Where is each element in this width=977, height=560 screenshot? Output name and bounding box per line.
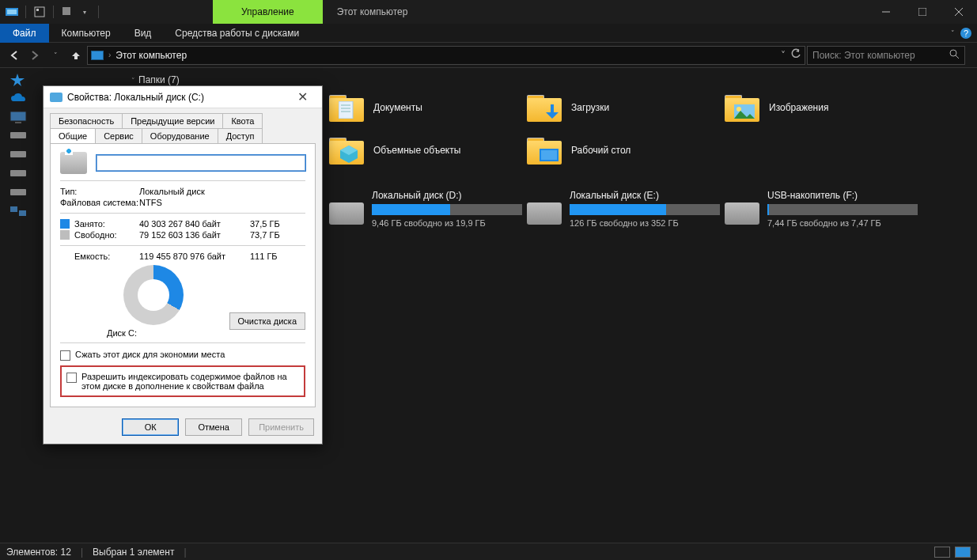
- separator: [53, 6, 54, 18]
- ribbon-context-tab[interactable]: Управление: [213, 0, 323, 24]
- close-button[interactable]: [941, 0, 977, 24]
- used-human: 37,5 ГБ: [250, 219, 297, 229]
- tab-tools[interactable]: Сервис: [95, 128, 142, 143]
- up-button[interactable]: [66, 46, 85, 65]
- selection-text: Выбран 1 элемент: [93, 547, 174, 558]
- svg-rect-13: [10, 112, 26, 121]
- tab-general[interactable]: Общие: [50, 128, 96, 143]
- checkbox-icon[interactable]: [60, 350, 70, 361]
- svg-line-12: [956, 55, 959, 59]
- help-icon[interactable]: ?: [960, 27, 972, 40]
- navigation-bar: ˅ › Этот компьютер ˅ Поиск: Этот компьют…: [0, 43, 977, 68]
- quick-access-icon[interactable]: [9, 73, 27, 87]
- drive-icon[interactable]: [9, 149, 27, 163]
- drive-icon: [725, 202, 759, 225]
- drive-label: USB-накопитель (F:): [767, 190, 918, 201]
- folder-icon: [527, 93, 562, 122]
- maximize-button[interactable]: [904, 0, 941, 24]
- folders-section-header[interactable]: ˅Папки (7): [131, 74, 977, 85]
- dialog-buttons: ОК Отмена Применить: [44, 414, 322, 444]
- folder-downloads[interactable]: Загрузки: [527, 93, 725, 122]
- tab-hardware[interactable]: Оборудование: [142, 128, 218, 143]
- search-box[interactable]: Поиск: Этот компьютер: [807, 46, 965, 65]
- svg-rect-17: [10, 170, 26, 176]
- view-details-icon[interactable]: [934, 547, 950, 558]
- disk-cleanup-button[interactable]: Очистка диска: [229, 312, 305, 330]
- drive-name-input[interactable]: [97, 155, 305, 171]
- ok-button[interactable]: ОК: [122, 418, 179, 436]
- drive-icon[interactable]: [9, 130, 27, 144]
- onedrive-icon[interactable]: [9, 92, 27, 106]
- search-icon[interactable]: [949, 48, 960, 62]
- app-icon: [5, 5, 19, 19]
- tab-view[interactable]: Вид: [123, 24, 163, 43]
- chevron-right-icon[interactable]: ›: [108, 51, 111, 59]
- nav-sidebar: [0, 68, 36, 543]
- dialog-tabs-row-2: Общие Сервис Оборудование Доступ: [44, 128, 322, 143]
- cancel-button[interactable]: Отмена: [185, 418, 242, 436]
- close-icon[interactable]: ✕: [289, 89, 316, 104]
- network-icon[interactable]: [9, 206, 27, 220]
- folder-icon: [329, 93, 364, 122]
- minimize-button[interactable]: [868, 0, 904, 24]
- recent-dropdown-icon[interactable]: ˅: [46, 46, 65, 65]
- back-button[interactable]: [5, 46, 24, 65]
- properties-icon[interactable]: [32, 5, 47, 19]
- view-large-icons-icon[interactable]: [955, 547, 971, 558]
- folder-documents[interactable]: Документы: [329, 93, 527, 122]
- dialog-titlebar[interactable]: Свойства: Локальный диск (C:) ✕: [44, 86, 322, 108]
- tab-security[interactable]: Безопасность: [50, 113, 123, 128]
- tab-sharing[interactable]: Доступ: [218, 128, 263, 143]
- refresh-icon[interactable]: [790, 48, 801, 62]
- drive-free-text: 126 ГБ свободно из 352 ГБ: [570, 218, 720, 228]
- drive-icon: [329, 202, 364, 225]
- drive-icon[interactable]: [9, 168, 27, 182]
- folder-icon: [527, 136, 562, 165]
- folder-label: Рабочий стол: [571, 145, 631, 156]
- this-pc-icon[interactable]: [9, 111, 27, 125]
- index-checkbox-row[interactable]: Разрешить индексировать содержимое файло…: [66, 372, 299, 391]
- used-bytes: 40 303 267 840 байт: [139, 219, 250, 229]
- type-label: Тип:: [60, 187, 139, 196]
- svg-rect-3: [36, 9, 39, 11]
- folder-icon: [329, 136, 364, 165]
- folder-pictures[interactable]: Изображения: [725, 93, 922, 122]
- drive-f[interactable]: USB-накопитель (F:) 7,44 ГБ свободно из …: [725, 190, 922, 228]
- free-bytes: 79 152 603 136 байт: [139, 230, 250, 240]
- drive-e[interactable]: Локальный диск (E:) 126 ГБ свободно из 3…: [527, 190, 725, 228]
- folder-label: Объемные объекты: [373, 145, 460, 156]
- drive-label: Локальный диск (E:): [570, 190, 720, 201]
- free-label: Свободно:: [74, 230, 117, 240]
- filesystem-label: Файловая система:: [60, 198, 139, 207]
- drive-icon[interactable]: [9, 187, 27, 201]
- disk-label: Диск C:: [60, 328, 184, 338]
- separator: [98, 6, 99, 18]
- index-label: Разрешить индексировать содержимое файло…: [81, 372, 299, 391]
- folder-desktop[interactable]: Рабочий стол: [527, 136, 725, 165]
- dropdown-icon[interactable]: [60, 5, 74, 19]
- chevron-down-icon[interactable]: ▾: [78, 5, 92, 19]
- separator: [25, 6, 26, 18]
- checkbox-icon[interactable]: [66, 373, 77, 383]
- apply-button[interactable]: Применить: [248, 418, 314, 436]
- compress-checkbox-row[interactable]: Сжать этот диск для экономии места: [60, 350, 305, 361]
- index-option-highlight: Разрешить индексировать содержимое файло…: [60, 365, 305, 397]
- tab-quota[interactable]: Квота: [222, 113, 263, 128]
- tab-previous-versions[interactable]: Предыдущие версии: [122, 113, 223, 128]
- address-bar[interactable]: › Этот компьютер ˅: [87, 46, 805, 65]
- folder-3d-objects[interactable]: Объемные объекты: [329, 136, 527, 165]
- usage-pie-chart: [123, 265, 184, 325]
- chevron-down-icon[interactable]: ˅: [781, 50, 786, 61]
- tab-computer[interactable]: Компьютер: [51, 24, 122, 43]
- tab-drive-tools[interactable]: Средства работы с дисками: [164, 24, 310, 43]
- forward-button[interactable]: [25, 46, 44, 65]
- ribbon-collapse-icon[interactable]: ˅: [951, 29, 955, 37]
- capacity-label: Емкость:: [60, 252, 139, 261]
- drive-icon: [50, 93, 62, 102]
- svg-text:?: ?: [964, 28, 968, 38]
- tab-file[interactable]: Файл: [0, 24, 49, 43]
- breadcrumb[interactable]: Этот компьютер: [115, 50, 187, 61]
- this-pc-icon: [91, 51, 104, 60]
- used-label: Занято:: [74, 219, 105, 229]
- drive-d[interactable]: Локальный диск (D:) 9,46 ГБ свободно из …: [329, 190, 527, 228]
